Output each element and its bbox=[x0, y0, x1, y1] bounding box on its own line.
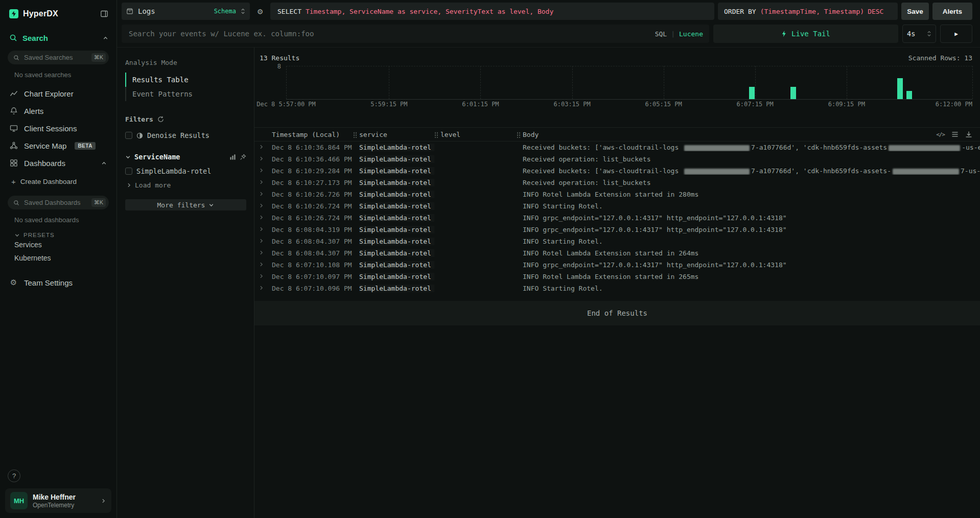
chevron-down-icon[interactable] bbox=[125, 154, 131, 160]
row-expand-button[interactable] bbox=[254, 191, 272, 198]
order-by-editor[interactable]: ORDER BY (TimestampTime, Timestamp) DESC bbox=[718, 3, 898, 20]
column-drag-handle[interactable] bbox=[353, 131, 359, 138]
more-filters-button[interactable]: More filters bbox=[125, 199, 246, 210]
event-search-input[interactable] bbox=[128, 29, 650, 38]
preset-services[interactable]: Services bbox=[0, 238, 116, 251]
run-query-button[interactable]: ▶ bbox=[940, 25, 972, 43]
beta-badge: BETA bbox=[75, 142, 95, 150]
table-row[interactable]: Dec 8 6:10:26.726 PMSimpleLambda-rotelIN… bbox=[254, 189, 980, 200]
results-table-header: Timestamp (Local) service level Body </> bbox=[254, 127, 980, 142]
stepper-arrows-icon[interactable] bbox=[927, 30, 931, 37]
row-expand-button[interactable] bbox=[254, 226, 272, 233]
table-row[interactable]: Dec 8 6:07:10.108 PMSimpleLambda-rotelIN… bbox=[254, 259, 980, 271]
chevron-up-icon[interactable] bbox=[103, 35, 108, 41]
analysis-modes: Results TableEvent Patterns bbox=[125, 73, 246, 101]
preset-kubernetes[interactable]: Kubernetes bbox=[0, 251, 116, 265]
rows-icon[interactable] bbox=[951, 131, 959, 138]
sidebar-item-service-map[interactable]: Service MapBETA bbox=[0, 137, 116, 154]
download-icon[interactable] bbox=[965, 131, 972, 138]
denoise-results-toggle[interactable]: Denoise Results bbox=[125, 131, 246, 139]
pin-icon[interactable] bbox=[240, 154, 246, 160]
row-body: INFO Rotel Lambda Extension started in 2… bbox=[523, 191, 980, 198]
no-saved-dashboards-text: No saved dashboards bbox=[0, 216, 116, 224]
table-row[interactable]: Dec 8 6:10:27.173 PMSimpleLambda-rotelRe… bbox=[254, 177, 980, 189]
sidebar-item-client-sessions[interactable]: Client Sessions bbox=[0, 120, 116, 137]
table-row[interactable]: Dec 8 6:07:10.097 PMSimpleLambda-rotelIN… bbox=[254, 271, 980, 282]
chevron-up-icon[interactable] bbox=[100, 160, 108, 166]
row-service: SimpleLambda-rotel bbox=[359, 155, 434, 163]
chart-gridline bbox=[972, 66, 973, 99]
alerts-button[interactable]: Alerts bbox=[932, 3, 972, 20]
orderby-args: (TimestampTime, Timestamp) bbox=[760, 8, 865, 15]
row-expand-button[interactable] bbox=[254, 144, 272, 151]
facet-servicename: ServiceName bbox=[125, 153, 246, 161]
save-button[interactable]: Save bbox=[901, 3, 929, 20]
source-settings-button[interactable]: ⚙ bbox=[253, 3, 267, 20]
row-expand-button[interactable] bbox=[254, 249, 272, 257]
sidebar-item-alerts[interactable]: Alerts bbox=[0, 102, 116, 120]
column-header-timestamp: Timestamp (Local) bbox=[272, 131, 353, 138]
presets-section-toggle[interactable]: PRESETS bbox=[0, 232, 116, 238]
source-selector[interactable]: Logs Schema bbox=[122, 3, 250, 20]
filters-label: Filters bbox=[125, 115, 153, 123]
language-lucene[interactable]: Lucene bbox=[679, 30, 703, 38]
kbd-shortcut: ⌘K bbox=[91, 198, 106, 207]
row-service: SimpleLambda-rotel bbox=[359, 167, 434, 175]
events-histogram[interactable]: 8 Dec 8 5:57:00 PM5:59:15 PM6:01:15 PM6:… bbox=[260, 65, 972, 108]
row-expand-button[interactable] bbox=[254, 167, 272, 175]
chevron-right-icon bbox=[259, 156, 264, 161]
create-dashboard-button[interactable]: + Create Dashboard bbox=[0, 174, 116, 189]
row-expand-button[interactable] bbox=[254, 214, 272, 222]
table-row[interactable]: Dec 8 6:08:04.307 PMSimpleLambda-rotelIN… bbox=[254, 236, 980, 247]
help-button[interactable]: ? bbox=[8, 469, 20, 482]
code-icon[interactable]: </> bbox=[936, 131, 945, 138]
mode-results-table[interactable]: Results Table bbox=[125, 73, 246, 87]
histogram-bar bbox=[897, 78, 903, 99]
refresh-filters-icon[interactable] bbox=[157, 116, 164, 123]
row-expand-button[interactable] bbox=[254, 261, 272, 269]
facet-value-simplelambda-rotel[interactable]: SimpleLambda-rotel bbox=[125, 167, 246, 175]
mode-event-patterns[interactable]: Event Patterns bbox=[125, 87, 246, 101]
column-drag-handle[interactable] bbox=[517, 131, 523, 138]
refresh-interval-stepper[interactable]: 4s bbox=[902, 25, 936, 43]
load-more-button[interactable]: Load more bbox=[125, 181, 246, 189]
denoise-checkbox[interactable] bbox=[125, 132, 132, 139]
logs-source-icon bbox=[126, 8, 133, 15]
table-header-icons: </> bbox=[931, 131, 980, 138]
orderby-direction: DESC bbox=[868, 8, 883, 15]
column-drag-handle[interactable] bbox=[434, 131, 440, 138]
language-sql[interactable]: SQL bbox=[655, 30, 667, 38]
chevron-right-icon bbox=[259, 273, 264, 279]
sidebar-item-chart-explorer[interactable]: Chart Explorer bbox=[0, 85, 116, 102]
chart-plot-area bbox=[286, 66, 972, 100]
row-expand-button[interactable] bbox=[254, 273, 272, 280]
saved-dashboards-input[interactable] bbox=[23, 198, 88, 207]
row-expand-button[interactable] bbox=[254, 155, 272, 163]
x-axis-tick-label: Dec 8 5:57:00 PM bbox=[256, 101, 316, 108]
facet-checkbox[interactable] bbox=[125, 168, 132, 175]
table-row[interactable]: Dec 8 6:07:10.096 PMSimpleLambda-rotelIN… bbox=[254, 282, 980, 294]
table-row[interactable]: Dec 8 6:10:26.724 PMSimpleLambda-rotelIN… bbox=[254, 200, 980, 212]
row-expand-button[interactable] bbox=[254, 179, 272, 186]
live-tail-button[interactable]: Live Tail bbox=[713, 25, 898, 43]
saved-searches-input[interactable] bbox=[23, 53, 88, 62]
row-body: Received operation: list_buckets bbox=[523, 155, 980, 163]
facet-chart-icon[interactable] bbox=[229, 154, 236, 160]
sidebar-item-dashboards[interactable]: Dashboards bbox=[0, 154, 116, 172]
row-expand-button[interactable] bbox=[254, 202, 272, 210]
sidebar-item-search[interactable]: Search bbox=[0, 32, 116, 44]
row-expand-button[interactable] bbox=[254, 238, 272, 245]
user-profile[interactable]: MH Mike Heffner OpenTelemetry bbox=[5, 488, 111, 513]
sidebar-item-team-settings[interactable]: ⚙ Team Settings bbox=[0, 274, 116, 291]
row-expand-button[interactable] bbox=[254, 285, 272, 292]
table-row[interactable]: Dec 8 6:08:04.307 PMSimpleLambda-rotelIN… bbox=[254, 247, 980, 259]
panel-collapse-icon[interactable] bbox=[100, 10, 108, 18]
sql-select-editor[interactable]: SELECT Timestamp, ServiceName as service… bbox=[270, 3, 714, 20]
row-service: SimpleLambda-rotel bbox=[359, 261, 434, 269]
table-row[interactable]: Dec 8 6:10:36.864 PMSimpleLambda-rotelRe… bbox=[254, 142, 980, 153]
table-row[interactable]: Dec 8 6:10:26.724 PMSimpleLambda-rotelIN… bbox=[254, 212, 980, 224]
table-row[interactable]: Dec 8 6:10:29.284 PMSimpleLambda-rotelRe… bbox=[254, 165, 980, 177]
table-row[interactable]: Dec 8 6:08:04.319 PMSimpleLambda-rotelIN… bbox=[254, 224, 980, 236]
histogram-bar bbox=[906, 91, 912, 99]
table-row[interactable]: Dec 8 6:10:36.466 PMSimpleLambda-rotelRe… bbox=[254, 153, 980, 165]
